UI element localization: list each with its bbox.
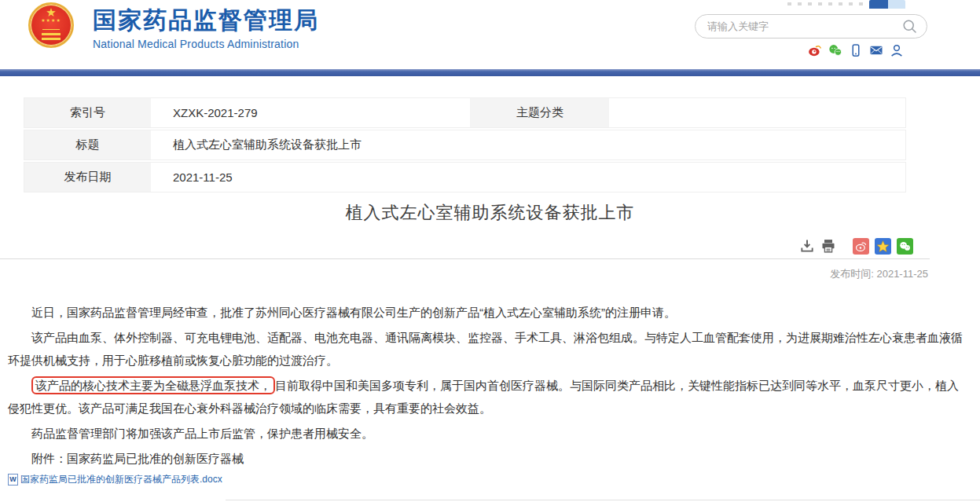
word-doc-icon [8, 474, 18, 486]
share-weibo-icon[interactable] [853, 238, 869, 255]
share-qzone-icon[interactable] [875, 238, 891, 255]
site-title-block: 国家药品监督管理局 National Medical Products Admi… [93, 7, 319, 50]
table-row: 索引号 XZXK-2021-279 主题分类 [24, 97, 906, 128]
document-meta-table: 索引号 XZXK-2021-279 主题分类 标题 植入式左心室辅助系统设备获批… [24, 97, 906, 194]
highlight-box: 该产品的核心技术主要为全磁悬浮血泵技术， [31, 376, 275, 394]
table-row: 标题 植入式左心室辅助系统设备获批上市 [24, 130, 906, 160]
clipped-topbar-text [787, 2, 864, 5]
site-header: ★ ★★★★ 国家药品监督管理局 National Medical Produc… [0, 0, 980, 69]
attachment-link[interactable]: 国家药监局已批准的创新医疗器械产品列表.docx [20, 473, 222, 486]
print-icon[interactable] [820, 238, 836, 254]
publish-time-label: 发布时间: [830, 268, 874, 280]
share-wechat-icon[interactable] [897, 238, 913, 255]
meta-value-index: XZXK-2021-279 [151, 98, 471, 127]
meta-label-index: 索引号 [24, 98, 151, 127]
footer-top-border [226, 500, 980, 500]
attachment-label: 附件：国家药监局已批准的创新医疗器械 [8, 447, 969, 470]
search-icon[interactable] [902, 19, 918, 35]
attachment-row: 国家药监局已批准的创新医疗器械产品列表.docx [8, 473, 980, 486]
paragraph: 该产品的核心技术主要为全磁悬浮血泵技术，目前取得中国和美国多项专利，属于国内首创… [8, 374, 969, 420]
weibo-icon[interactable] [808, 43, 822, 57]
meta-value-title: 植入式左心室辅助系统设备获批上市 [151, 130, 905, 159]
user-icon[interactable] [890, 43, 904, 57]
paragraph: 该产品由血泵、体外控制器、可充电锂电池、适配器、电池充电器、通讯隔离模块、监控器… [8, 326, 969, 372]
article-body: 近日，国家药品监督管理局经审查，批准了苏州同心医疗器械有限公司生产的创新产品“植… [8, 301, 969, 470]
article-toolbar [0, 237, 980, 255]
article-title: 植入式左心室辅助系统设备获批上市 [0, 201, 980, 225]
clipped-topbar [787, 0, 905, 9]
meta-label-title: 标题 [24, 130, 151, 159]
meta-value-category [609, 98, 905, 127]
publish-time-value: 2021-11-25 [876, 268, 928, 280]
publish-time: 发布时间: 2021-11-25 [0, 267, 980, 281]
meta-value-date: 2021-11-25 [151, 163, 905, 192]
meta-label-category: 主题分类 [471, 98, 609, 127]
paragraph: 近日，国家药品监督管理局经审查，批准了苏州同心医疗器械有限公司生产的创新产品“植… [8, 301, 969, 324]
search-input[interactable] [707, 20, 902, 32]
meta-label-date: 发布日期 [24, 163, 151, 192]
header-quick-icons [808, 43, 904, 57]
table-row: 发布日期 2021-11-25 [24, 162, 906, 192]
clipped-toggle-active[interactable] [869, 0, 888, 9]
search-box [695, 14, 927, 38]
download-icon[interactable] [799, 238, 815, 254]
mail-icon[interactable] [869, 43, 883, 57]
site-title-en: National Medical Products Administration [93, 38, 319, 50]
header-divider-bar [0, 69, 980, 76]
site-title-zh: 国家药品监督管理局 [93, 7, 319, 35]
paragraph: 药品监督管理部门将加强该产品上市后监管，保护患者用械安全。 [8, 422, 969, 445]
wechat-icon[interactable] [828, 43, 842, 57]
national-emblem-icon: ★ ★★★★ [28, 2, 74, 48]
page: ★ ★★★★ 国家药品监督管理局 National Medical Produc… [0, 0, 980, 502]
mobile-icon[interactable] [849, 43, 863, 57]
clipped-toggle-inactive[interactable] [888, 0, 905, 9]
toolbar-divider [0, 258, 930, 259]
article: 植入式左心室辅助系统设备获批上市 [0, 201, 980, 486]
